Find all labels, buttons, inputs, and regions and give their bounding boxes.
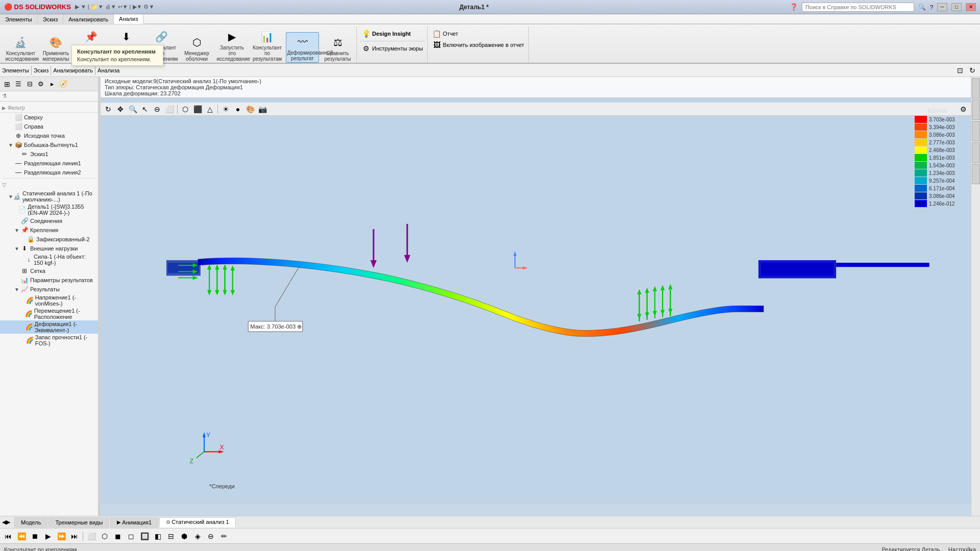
maximize-btn[interactable]: □ [951,3,962,11]
rp-btn-1[interactable] [972,78,980,98]
section-btn[interactable]: ⊖ [205,530,217,542]
nav-icon[interactable]: 🧭 [58,79,68,89]
vp-select-btn[interactable]: ↖ [139,104,151,115]
top-view-btn[interactable]: ⊟ [165,530,177,542]
tree-item-source[interactable]: ⊕ Исходная точка [0,131,98,140]
tab-elementy[interactable]: Элементы [0,14,38,24]
tab-eskiz[interactable]: Эскиз [38,14,63,24]
rotate-btn[interactable]: ↻ [967,65,978,76]
tree-item-setka[interactable]: ⊞ Сетка [0,266,98,276]
wireframe-btn[interactable]: ⬡ [99,530,111,542]
compare-results-btn[interactable]: ⚖ Сравнить результаты [321,33,354,63]
rp-btn-5[interactable] [972,164,980,184]
tab-analizirovat[interactable]: Анализировать [63,14,114,24]
rp-btn-4[interactable] [972,142,980,163]
help-btn[interactable]: ? [930,4,933,10]
play-btn[interactable]: ⏮ [2,530,14,542]
settings-btn[interactable]: ⚙ [36,79,46,89]
nav-left-btn[interactable]: ◀ [2,519,6,525]
tab-static-analysis[interactable]: ⚙ Статический анализ 1 [159,517,236,528]
apply-materials-btn[interactable]: 🎨 Применить материалы [39,33,72,63]
vp-zoom-btn[interactable]: 🔍 [127,104,138,115]
side-view-btn[interactable]: ◧ [152,530,164,542]
report-btn[interactable]: 📋 Отчет [431,29,526,39]
vp-pan-btn[interactable]: ✥ [115,104,126,115]
vp-view-btn[interactable]: ⬜ [164,104,175,115]
tree-item-napr1[interactable]: 🌈 Напряжение1 (-vonMises-) [0,294,98,307]
minimize-btn[interactable]: ─ [937,3,947,11]
play-anim-btn[interactable]: ▶ [42,530,54,542]
tree-item-sprava[interactable]: ⬜ Справа [0,122,98,131]
nav-right-btn[interactable]: ▶ [6,519,10,525]
tree-item-params[interactable]: 📊 Параметры результатов [0,276,98,285]
manager-shell-btn[interactable]: ⬡ Менеджер оболочки [180,33,213,63]
transparent-btn[interactable]: ◻ [125,530,137,542]
tree-item-bobushka[interactable]: ▼ 📦 Бобышка-Вытянуть1 [0,140,98,149]
vp-light-btn[interactable]: ☀ [220,104,231,115]
tab-model[interactable]: Модель [14,517,47,528]
tree-item-vneshn[interactable]: ▼ ⬇ Внешние нагрузки [0,244,98,253]
simulation-tools-btn[interactable]: ⚙ Инструменты эюры [360,43,425,54]
tree-item-razd1[interactable]: — Разделяющая линия1 [0,159,98,168]
filter-icon[interactable]: ⊞ [2,79,12,89]
deformed-result-btn[interactable]: 〰 Деформированный результат [286,32,319,63]
zoom-fit-btn[interactable]: ⊡ [954,65,966,76]
legend-value-text: 1.234e-003 [929,170,955,176]
rp-btn-3[interactable] [972,121,980,141]
tree-item-zapas1[interactable]: 🌈 Запас прочности1 (-FOS-) [0,334,98,347]
tree-item-fixed2[interactable]: 🔒 Зафиксированный-2 [0,235,98,244]
tree-item-krep[interactable]: ▼ 📌 Крепления [0,226,98,235]
iso-view-btn[interactable]: ⬢ [178,530,190,542]
vp-section-btn[interactable]: ⊖ [152,104,163,115]
front-view-btn[interactable]: 🔲 [138,530,151,542]
vp-iso-btn[interactable]: ⬡ [180,104,191,115]
rp-btn-2[interactable] [972,99,980,120]
simulation-tools-icon: ⚙ [362,44,370,53]
include-image-btn[interactable]: 🖼 Включить изображение в отчет [431,40,526,50]
grid-view-btn[interactable]: ⊟ [24,79,35,89]
tree-item-detail1[interactable]: 📄 Деталь1 (-[SW]3.1355 (EN-AW 2024-)-) [0,203,98,216]
vp-wire-btn[interactable]: △ [204,104,215,115]
next-frame-btn[interactable]: ⏩ [55,530,67,542]
expand-all-btn[interactable]: ▸ [47,79,57,89]
tree-item-eskiz1[interactable]: ✏ Эскиз1 [0,149,98,159]
vp-color-btn[interactable]: 🎨 [244,104,256,115]
tree-item-deform1[interactable]: 🌈 Деформация1 (-Эквивалент-) [0,320,98,334]
vp-settings-btn[interactable]: ⚙ [958,104,969,115]
consultant-research-btn[interactable]: 🔬 Консультант исследования [4,33,37,63]
shaded-btn[interactable]: ◼ [112,530,124,542]
compare-label: Сравнить результаты [323,51,352,62]
vp-solid-btn[interactable]: ⬛ [192,104,203,115]
tree-item-sila1[interactable]: ↓ Сила-1 (-На объект: 150 kgf-) [0,253,98,266]
consultant-results-btn[interactable]: 📊 Консультант по результатам [251,28,284,63]
close-btn[interactable]: ✕ [966,3,976,11]
tree-item-soed[interactable]: 🔗 Соединения [0,216,98,226]
search-input[interactable] [802,3,914,12]
list-view-btn[interactable]: ☰ [13,79,23,89]
vp-camera-btn[interactable]: 📷 [257,104,268,115]
tab-3d-views[interactable]: Трехмерные виды [48,517,109,528]
zapas1-label: Запас прочности1 (-FOS-) [35,334,96,346]
tree-item-razd2[interactable]: — Разделяющая линия2 [0,168,98,177]
viewport[interactable]: Исходные модели:9(Статический анализ 1(-… [101,77,971,516]
tree-item-sverhu[interactable]: ⬜ Сверху [0,113,98,122]
tree-item-results[interactable]: ▼ 📈 Результаты [0,285,98,294]
tree-item-static1[interactable]: ▼ 🔬 Статический анализ 1 (-По умолчанию-… [0,190,98,203]
normal-view-btn[interactable]: ⬜ [85,530,97,542]
prev-frame-btn[interactable]: ⏪ [15,530,28,542]
tab-analiz[interactable]: Анализ [114,14,143,24]
perspective-btn[interactable]: ◈ [191,530,204,542]
launch-research-btn[interactable]: ▶ Запустить это исследование [215,28,249,63]
search-icon[interactable]: 🔍 [918,4,926,11]
last-frame-btn[interactable]: ⏭ [68,530,81,542]
tree-item-perem1[interactable]: 🌈 Перемещение1 (-Расположение [0,307,98,320]
measure-btn[interactable]: ✏ [218,530,230,542]
tab-animation1[interactable]: ▶ Анимация1 [110,517,158,528]
design-insight-btn[interactable]: 💡 Design Insight [360,29,425,39]
sep1 [31,66,32,75]
vp-rotate-btn[interactable]: ↻ [103,104,114,115]
stop-btn[interactable]: ⏹ [29,530,41,542]
vp-material-btn[interactable]: ● [232,104,243,115]
expand-icon[interactable]: ▶ [2,105,6,111]
legend-color-swatch [915,177,927,184]
